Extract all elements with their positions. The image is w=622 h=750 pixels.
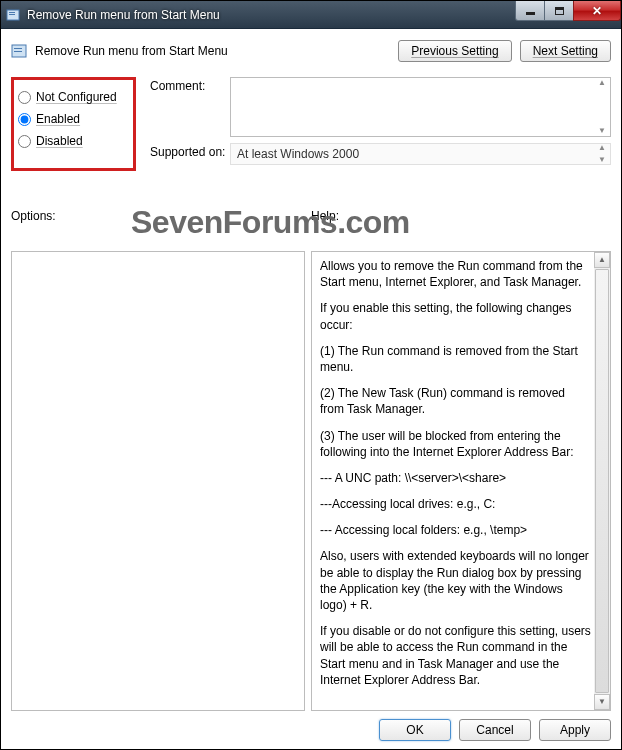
- window-controls: ✕: [516, 1, 621, 21]
- close-button[interactable]: ✕: [573, 1, 621, 21]
- svg-rect-5: [14, 51, 22, 52]
- options-label: Options:: [11, 209, 311, 223]
- radio-label-disabled[interactable]: Disabled: [36, 134, 83, 148]
- chevron-down-icon[interactable]: ▼: [595, 127, 609, 135]
- comment-textarea[interactable]: ▲ ▼: [230, 77, 611, 137]
- apply-button[interactable]: Apply: [539, 719, 611, 741]
- scrollbar[interactable]: ▲ ▼: [594, 252, 610, 710]
- window-title: Remove Run menu from Start Menu: [27, 8, 220, 22]
- radio-not-configured[interactable]: [18, 91, 31, 104]
- state-radio-group: Not Configured Enabled Disabled: [11, 77, 136, 171]
- radio-label-not-configured[interactable]: Not Configured: [36, 90, 117, 104]
- supported-on-text: At least Windows 2000: [237, 147, 359, 161]
- maximize-button[interactable]: [544, 1, 574, 21]
- previous-setting-button[interactable]: Previous Setting: [398, 40, 511, 62]
- help-label: Help:: [311, 209, 339, 223]
- policy-icon: [11, 43, 27, 59]
- chevron-down-icon[interactable]: ▼: [595, 156, 609, 164]
- svg-rect-4: [14, 48, 22, 49]
- page-title: Remove Run menu from Start Menu: [35, 44, 398, 58]
- minimize-button[interactable]: [515, 1, 545, 21]
- comment-label: Comment:: [150, 77, 230, 137]
- supported-on-label: Supported on:: [150, 143, 230, 165]
- radio-enabled[interactable]: [18, 113, 31, 126]
- policy-icon: [5, 7, 21, 23]
- chevron-up-icon[interactable]: ▲: [595, 79, 609, 87]
- options-pane: [11, 251, 305, 711]
- svg-rect-1: [9, 12, 15, 13]
- help-pane: Allows you to remove the Run command fro…: [311, 251, 611, 711]
- radio-label-enabled[interactable]: Enabled: [36, 112, 80, 126]
- header-row: Remove Run menu from Start Menu Previous…: [11, 37, 611, 65]
- help-text: Allows you to remove the Run command fro…: [320, 258, 592, 711]
- svg-rect-2: [9, 14, 15, 15]
- titlebar: Remove Run menu from Start Menu ✕: [1, 1, 621, 29]
- radio-disabled[interactable]: [18, 135, 31, 148]
- next-setting-button[interactable]: Next Setting: [520, 40, 611, 62]
- ok-button[interactable]: OK: [379, 719, 451, 741]
- scroll-up-icon[interactable]: ▲: [594, 252, 610, 268]
- scroll-down-icon[interactable]: ▼: [594, 694, 610, 710]
- supported-on-value: At least Windows 2000 ▲ ▼: [230, 143, 611, 165]
- chevron-up-icon[interactable]: ▲: [595, 144, 609, 152]
- scroll-thumb[interactable]: [595, 269, 609, 693]
- cancel-button[interactable]: Cancel: [459, 719, 531, 741]
